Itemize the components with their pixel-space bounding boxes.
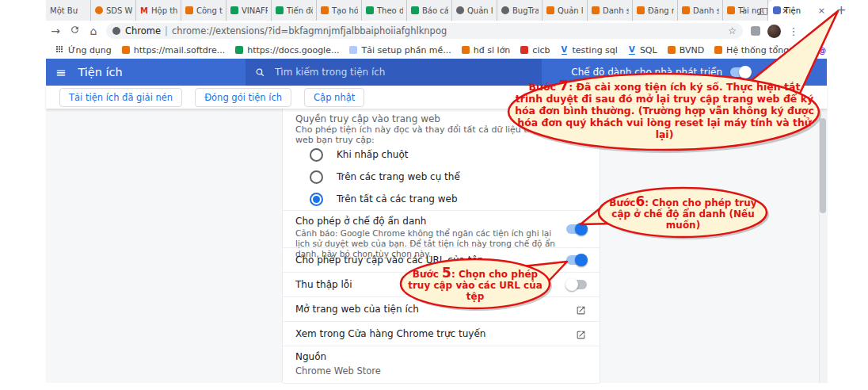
bookmark-label: cicb	[532, 45, 550, 55]
developer-mode-label: Chế độ dành cho nhà phát triển	[571, 59, 722, 86]
bookmarks-bar: Ứng dụng https://mail.softdre... https:/…	[46, 41, 827, 59]
tab[interactable]: Tiến độ	[272, 0, 317, 21]
radio-icon[interactable]	[310, 148, 323, 162]
forward-icon[interactable]: →	[46, 25, 65, 37]
tab-label: Báo cá	[422, 6, 448, 15]
bookmark[interactable]: Tải setup phần mề...	[349, 45, 451, 55]
tab[interactable]: Hộp th	[136, 0, 181, 21]
bookmark[interactable]: cicb	[520, 45, 550, 55]
bookmark-label: https://docs.google...	[247, 45, 339, 55]
source-row: Nguồn Chrome Web Store	[283, 346, 600, 383]
bookmark[interactable]: Hệ thống tổng hợp	[714, 45, 808, 55]
radio-option-all-sites[interactable]: Trên tất cả các trang web	[283, 188, 600, 210]
load-unpacked-button[interactable]: Tải tiện ích đã giải nén	[59, 88, 182, 107]
error-collection-toggle[interactable]	[566, 280, 587, 289]
bookmark[interactable]: https://docs.google...	[235, 45, 339, 55]
pack-extension-button[interactable]: Đóng gói tiện ích	[195, 88, 291, 107]
bookmark-label: Tải setup phần mề...	[361, 45, 451, 55]
bookmark[interactable]: SQL	[628, 45, 657, 55]
close-button[interactable]: ×	[775, 6, 796, 16]
open-in-new-icon[interactable]	[576, 304, 587, 315]
scrollbar-thumb[interactable]	[820, 118, 826, 213]
home-icon[interactable]: ⌂	[84, 25, 103, 37]
radio-selected-icon[interactable]	[310, 193, 323, 206]
site-access-section-title: Quyền truy cập vào trang web	[283, 109, 600, 124]
radio-icon[interactable]	[310, 170, 323, 184]
tab[interactable]: Công ty	[181, 0, 227, 21]
tab-label: BugTra	[512, 6, 539, 15]
bookmark-apps[interactable]: Ứng dụng	[56, 45, 112, 55]
window-controls: – □ ×	[732, 0, 844, 21]
minimize-button[interactable]: –	[732, 6, 753, 16]
view-in-store-row[interactable]: Xem trong Cửa hàng Chrome trực tuyến	[283, 322, 600, 346]
tab-strip: Một Bư SDS We Hộp th Công ty VINAFR Tiến…	[46, 0, 827, 21]
tab[interactable]: VINAFR	[227, 0, 272, 21]
extensions-page-body: Quyền truy cập vào trang web Cho phép ti…	[46, 109, 827, 383]
file-urls-row: Cho phép truy cập vào các URL của tệp	[283, 248, 600, 272]
bookmark-favicon	[818, 46, 826, 54]
tab[interactable]: Danh s	[588, 0, 633, 21]
tab-label: Danh s	[693, 6, 719, 15]
incognito-toggle[interactable]	[566, 224, 587, 234]
tab[interactable]: Theo d	[362, 0, 407, 21]
bookmark[interactable]: hđ sl lớn	[462, 45, 511, 55]
maximize-button[interactable]: □	[753, 6, 775, 16]
extensions-header: ≡ Tiện ích Chế độ dành cho nhà phát triể…	[46, 59, 827, 86]
tab[interactable]: Đăng n	[633, 0, 678, 21]
reload-icon[interactable]	[65, 25, 84, 37]
bookmark-favicon	[349, 46, 357, 54]
bookmark[interactable]: 13 câu lệnh SQL qu...	[818, 45, 827, 55]
open-website-row[interactable]: Mở trang web của tiện ích	[283, 297, 600, 321]
search-input[interactable]	[273, 66, 498, 78]
bookmark-favicon	[235, 46, 243, 54]
bookmark-favicon	[122, 46, 130, 54]
sheets-favicon	[366, 6, 374, 14]
open-in-new-icon[interactable]	[576, 328, 587, 339]
error-collection-row: Thu thập lỗi	[283, 273, 600, 296]
menu-hamburger-icon[interactable]: ≡	[55, 65, 66, 80]
extensions-action-bar: Tải tiện ích đã giải nén Đóng gói tiện í…	[46, 86, 827, 109]
url-text: Chrome|chrome://extensions/?id=bkfagmnjm…	[125, 25, 447, 36]
file-urls-toggle[interactable]	[566, 255, 587, 265]
incognito-row: Cho phép ở chế độ ẩn danh Cảnh báo: Goog…	[283, 211, 600, 247]
radio-option-on-click[interactable]: Khi nhấp chuột	[283, 143, 600, 166]
radio-option-specific-sites[interactable]: Trên các trang web cụ thể	[283, 166, 600, 188]
tab[interactable]: Danh s	[678, 0, 723, 21]
screenshot-canvas: { "window_controls": {"minimize": "–", "…	[0, 0, 868, 390]
omnibox[interactable]: Chrome|chrome://extensions/?id=bkfagmnjm…	[106, 23, 743, 39]
developer-mode-toggle[interactable]	[730, 67, 751, 77]
invoice-favicon	[321, 6, 329, 14]
bookmark[interactable]: BVND	[668, 45, 704, 55]
incognito-title: Cho phép ở chế độ ẩn danh	[295, 216, 558, 227]
tab[interactable]: BugTra	[497, 0, 542, 21]
bookmark-star-icon[interactable]: ☆	[728, 25, 737, 36]
tab[interactable]: Tạo hó	[317, 0, 362, 21]
extension-toolbar-icon[interactable]	[751, 26, 760, 36]
tab[interactable]: Quản lý	[452, 0, 497, 21]
invoice-favicon	[592, 6, 600, 14]
bookmark-label: BVND	[680, 45, 704, 55]
tab[interactable]: Quản lý	[542, 0, 588, 21]
bookmark-favicon	[628, 46, 636, 54]
bookmark[interactable]: https://mail.softdre...	[122, 45, 225, 55]
profile-avatar[interactable]	[767, 25, 781, 38]
update-button[interactable]: Cập nhật	[304, 88, 364, 107]
tab-label: Hộp th	[151, 6, 177, 15]
extensions-search[interactable]	[246, 59, 542, 86]
page-info-icon[interactable]	[112, 27, 120, 35]
tab[interactable]: Báo cá	[407, 0, 452, 21]
tab[interactable]: SDS We	[91, 0, 136, 21]
chrome-menu-icon[interactable]: ⋮	[788, 25, 799, 37]
file-urls-label: Cho phép truy cập vào các URL của tệp	[295, 254, 483, 266]
sds-favicon	[95, 6, 103, 14]
bookmark[interactable]: testing sql	[560, 45, 617, 55]
globe-favicon	[501, 6, 509, 14]
tab-label: Tạo hó	[332, 6, 358, 15]
tab-label: Quản lý	[558, 6, 584, 15]
sheets-favicon	[276, 6, 284, 14]
url-path: chrome://extensions/?id=bkfagmnjmfjalbba…	[172, 25, 447, 36]
bookmark-favicon	[560, 46, 568, 54]
tab[interactable]: Một Bư	[46, 0, 91, 21]
open-website-label: Mở trang web của tiện ích	[295, 304, 419, 315]
tab-label: Theo d	[377, 6, 403, 15]
